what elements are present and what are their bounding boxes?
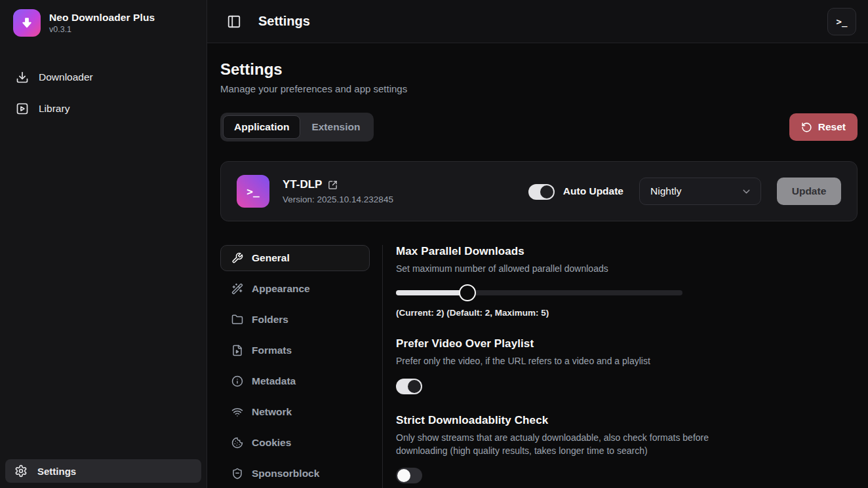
terminal-icon: >_ bbox=[837, 16, 848, 27]
tab-group: Application Extension bbox=[220, 113, 374, 141]
settings-page: Settings Manage your preferences and app… bbox=[207, 43, 868, 488]
reset-button[interactable]: Reset bbox=[789, 113, 858, 141]
settings-nav-label: Network bbox=[252, 406, 292, 418]
sidebar-item-label: Downloader bbox=[39, 71, 93, 83]
section-title: Prefer Video Over Playlist bbox=[396, 337, 858, 350]
settings-sub-nav: General Appearance bbox=[220, 245, 370, 488]
ytdlp-terminal-icon: >_ bbox=[237, 175, 269, 208]
section-title: Strict Downloadablity Check bbox=[396, 414, 858, 427]
slider-status: (Current: 2) (Default: 2, Maximum: 5) bbox=[396, 308, 858, 318]
channel-select-value: Nightly bbox=[650, 185, 681, 197]
topbar-title: Settings bbox=[258, 14, 310, 29]
terminal-button[interactable]: >_ bbox=[827, 8, 856, 35]
gear-icon bbox=[14, 464, 28, 478]
topbar: Settings >_ bbox=[207, 0, 868, 43]
app-name: Neo Downloader Plus bbox=[49, 12, 155, 24]
settings-nav-item-network[interactable]: Network bbox=[220, 399, 370, 425]
wand-sparkles-icon bbox=[231, 283, 243, 295]
sidebar-nav: Downloader Library bbox=[0, 64, 207, 122]
page-subtitle: Manage your preferences and app settings bbox=[220, 83, 858, 94]
sidebar-item-library[interactable]: Library bbox=[0, 96, 207, 122]
sidebar-bottom: Settings bbox=[0, 454, 207, 488]
toggle-knob bbox=[408, 380, 421, 393]
strict-check-toggle[interactable] bbox=[396, 468, 422, 483]
settings-nav-item-formats[interactable]: Formats bbox=[220, 337, 370, 364]
settings-nav-item-cookies[interactable]: Cookies bbox=[220, 430, 370, 456]
channel-select[interactable]: Nightly bbox=[639, 178, 761, 205]
toolbar: Application Extension Reset bbox=[220, 113, 858, 141]
terminal-icon: >_ bbox=[247, 185, 259, 198]
external-link-icon[interactable] bbox=[328, 180, 338, 190]
settings-nav-label: General bbox=[252, 252, 290, 264]
section-description: Prefer only the video, if the URL refers… bbox=[396, 354, 858, 367]
download-arrow-icon bbox=[19, 15, 35, 31]
page-title: Settings bbox=[220, 60, 858, 79]
settings-nav-label: Cookies bbox=[252, 437, 291, 449]
section-prefer-video: Prefer Video Over Playlist Prefer only t… bbox=[396, 337, 858, 394]
settings-nav-label: Formats bbox=[252, 345, 292, 356]
section-description: Only show streams that are actualy downl… bbox=[396, 431, 737, 458]
settings-nav-item-folders[interactable]: Folders bbox=[220, 307, 370, 333]
slider-fill bbox=[396, 290, 467, 295]
sidebar: Neo Downloader Plus v0.3.1 Downloader Li… bbox=[0, 0, 207, 488]
sidebar-item-label: Library bbox=[39, 103, 69, 115]
tab-label: Application bbox=[234, 121, 289, 132]
sidebar-item-settings[interactable]: Settings bbox=[5, 459, 201, 483]
download-icon bbox=[16, 71, 29, 84]
toggle-knob bbox=[540, 185, 553, 198]
auto-update-control: Auto Update bbox=[528, 183, 623, 200]
tab-application[interactable]: Application bbox=[223, 115, 300, 139]
settings-content: Max Parallel Downloads Set maximum numbe… bbox=[382, 245, 858, 488]
update-button[interactable]: Update bbox=[777, 178, 841, 205]
max-parallel-slider[interactable] bbox=[396, 284, 682, 301]
settings-nav-item-sponsorblock[interactable]: Sponsorblock bbox=[220, 460, 370, 487]
auto-update-label: Auto Update bbox=[563, 185, 623, 197]
folder-icon bbox=[231, 314, 243, 326]
section-description: Set maximum number of allowed parallel d… bbox=[396, 262, 858, 275]
app-logo bbox=[13, 9, 41, 37]
settings-nav-item-appearance[interactable]: Appearance bbox=[220, 276, 370, 302]
main-area: Settings >_ Settings Manage your prefere… bbox=[207, 0, 868, 488]
square-play-icon bbox=[16, 102, 29, 115]
file-play-icon bbox=[231, 345, 243, 356]
chevron-down-icon bbox=[741, 186, 752, 197]
ytdlp-info: YT-DLP Version: 2025.10.14.232845 bbox=[283, 178, 393, 204]
settings-nav-item-general[interactable]: General bbox=[220, 245, 370, 271]
settings-nav-label: Appearance bbox=[252, 283, 310, 295]
slider-track bbox=[396, 290, 682, 295]
settings-nav-label: Metadata bbox=[252, 375, 296, 387]
rotate-ccw-icon bbox=[801, 122, 812, 133]
app-header: Neo Downloader Plus v0.3.1 bbox=[0, 0, 207, 45]
cookie-icon bbox=[231, 437, 243, 449]
ytdlp-card: >_ YT-DLP Version: 2025.10.14.232845 Aut… bbox=[220, 161, 858, 221]
slider-knob[interactable] bbox=[459, 284, 476, 301]
wifi-icon bbox=[231, 406, 243, 418]
section-strict-check: Strict Downloadablity Check Only show st… bbox=[396, 414, 858, 484]
ytdlp-controls: Auto Update Nightly Update bbox=[528, 178, 841, 205]
section-title: Max Parallel Downloads bbox=[396, 245, 858, 258]
ytdlp-version: Version: 2025.10.14.232845 bbox=[283, 195, 393, 204]
info-icon bbox=[231, 375, 243, 387]
wrench-icon bbox=[231, 252, 243, 264]
auto-update-toggle[interactable] bbox=[528, 184, 555, 200]
settings-body: General Appearance bbox=[220, 245, 858, 488]
toggle-knob bbox=[397, 469, 410, 482]
app-title-block: Neo Downloader Plus v0.3.1 bbox=[49, 12, 155, 34]
panel-left-icon[interactable] bbox=[227, 14, 241, 29]
section-max-parallel-downloads: Max Parallel Downloads Set maximum numbe… bbox=[396, 245, 858, 318]
prefer-video-toggle[interactable] bbox=[396, 379, 422, 394]
reset-label: Reset bbox=[818, 121, 846, 133]
settings-nav-label: Folders bbox=[252, 314, 288, 326]
app-version: v0.3.1 bbox=[49, 25, 155, 34]
settings-nav-label: Sponsorblock bbox=[252, 468, 319, 479]
sidebar-item-downloader[interactable]: Downloader bbox=[0, 64, 207, 90]
settings-nav-item-metadata[interactable]: Metadata bbox=[220, 368, 370, 394]
tab-extension[interactable]: Extension bbox=[300, 115, 371, 139]
sidebar-item-label: Settings bbox=[37, 466, 76, 477]
shield-minus-icon bbox=[231, 468, 243, 479]
update-label: Update bbox=[792, 185, 827, 197]
tab-label: Extension bbox=[311, 121, 360, 132]
ytdlp-title: YT-DLP bbox=[283, 178, 322, 191]
